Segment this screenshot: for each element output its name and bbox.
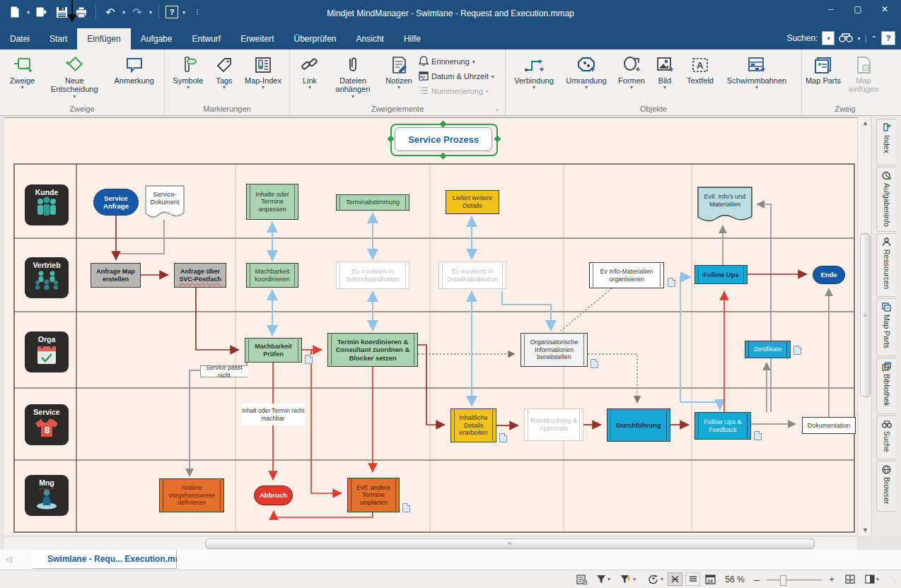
undo-icon[interactable]: ↶ [103, 4, 118, 20]
fit-map-icon[interactable] [842, 572, 859, 586]
lane-vertrieb[interactable]: Vertrieb [25, 257, 69, 298]
node-machbarkeit-pruefen[interactable]: Machbarkeit Prüfen [245, 338, 302, 363]
branch-details-icon[interactable] [574, 572, 590, 586]
erinnerung-button[interactable]: Erinnerung▾ [419, 55, 502, 68]
zoom-slider-thumb[interactable] [780, 575, 786, 586]
tab-einfuegen[interactable]: Einfügen [77, 28, 130, 49]
attachment-icon[interactable] [754, 431, 762, 440]
formen-button[interactable]: Formen▾ [613, 52, 650, 91]
document-tab[interactable]: Swimlane - Requ... Execution.mmap ⇱ ✕ [24, 550, 177, 569]
lane-service[interactable]: Service 8 [25, 404, 69, 445]
node-abbruch[interactable]: Abbruch [254, 486, 293, 505]
scroll-down-arrow[interactable]: ▼ [862, 527, 868, 534]
horizontal-scrollbar-thumb[interactable]: ≡ [205, 539, 815, 549]
help-icon[interactable]: ? [165, 6, 178, 18]
close-button[interactable]: ✕ [873, 1, 897, 17]
outline-view-icon[interactable] [685, 572, 700, 586]
textfeld-button[interactable]: A Textfeld [680, 52, 721, 85]
attachment-icon[interactable] [499, 433, 507, 442]
bild-button[interactable]: Bild▾ [650, 52, 680, 91]
tab-entwurf[interactable]: Entwurf [182, 28, 231, 49]
zweige-button[interactable]: Zweige▾ [3, 52, 42, 91]
node-follow-ups[interactable]: Follow Ups [694, 265, 748, 284]
tab-hilfe[interactable]: Hilfe [394, 28, 431, 49]
node-termine-umplanen[interactable]: Evtl. andere Termine umplanen [347, 478, 400, 512]
tab-aufgabe[interactable]: Aufgabe [131, 28, 182, 49]
attachment-icon[interactable] [402, 503, 410, 512]
dateien-anhaengen-button[interactable]: Dateien anhängen▾ [327, 52, 379, 100]
tab-ueberpruefen[interactable]: Überprüfen [284, 28, 346, 49]
sidebar-tab-bibliothek[interactable]: Bibliothek [876, 358, 896, 414]
node-ende[interactable]: Ende [813, 266, 845, 284]
help-caret[interactable]: ▾ [182, 9, 185, 16]
find-caret[interactable]: ▾ [857, 35, 860, 42]
node-liefert-details[interactable]: Liefert weitere Details [446, 190, 499, 214]
node-service-anfrage[interactable]: Service Anfrage [93, 189, 139, 216]
zoom-percent[interactable]: 56 % [720, 572, 750, 586]
map-canvas[interactable]: Service Prozess Kunde Vertrieb Orga Serv… [4, 117, 857, 536]
sidebar-tab-suche[interactable]: Suche [876, 416, 896, 459]
symbole-button[interactable]: Symbole▾ [168, 52, 209, 91]
verbindung-button[interactable]: Verbindung▾ [508, 52, 559, 91]
tab-datei[interactable]: Datei [0, 28, 40, 49]
central-topic[interactable]: Service Prozess [395, 127, 492, 151]
node-reisebuchung[interactable]: Reisebuchung & Approvals [524, 408, 583, 441]
node-service-dokument[interactable]: Service-Dokument [145, 185, 185, 219]
anmerkung-button[interactable]: Anmerkung [107, 52, 161, 85]
node-ev-detailkoordination[interactable]: Ev involviert in Detailkoordination [438, 261, 506, 289]
zoom-slider[interactable] [766, 579, 822, 581]
lane-kunde[interactable]: Kunde [25, 184, 69, 225]
tab-ansicht[interactable]: Ansicht [347, 28, 394, 49]
tab-start[interactable]: Start [40, 28, 77, 49]
node-org-informationen[interactable]: Organisatorische Informationen bereitste… [521, 333, 588, 367]
node-followups-feedback[interactable]: Follow Ups & Feedback [694, 412, 751, 440]
attachment-icon[interactable] [794, 346, 801, 355]
float-tab-icon[interactable]: ⇱ [197, 555, 202, 563]
umrandung-button[interactable]: Umrandung▾ [559, 52, 613, 91]
node-anfrage-map[interactable]: Anfrage Map erstellen [91, 263, 141, 288]
zoom-in-button[interactable]: + [826, 572, 837, 586]
lane-orga[interactable]: Orga [25, 331, 69, 372]
node-anfrage-svc[interactable]: Anfrage über SVC-Postfach [174, 263, 226, 288]
node-ev-info-materialien[interactable]: Ev Info-Materialien organisieren [589, 262, 664, 288]
vertical-scrollbar-thumb[interactable]: ≡ [860, 233, 871, 397]
sidebar-tab-ressourcen[interactable]: Ressourcen [876, 233, 896, 297]
schwimmbahnen-button[interactable]: Schwimmbahnen▾ [721, 52, 793, 91]
collapse-map-icon[interactable] [668, 572, 682, 586]
scroll-up-arrow[interactable]: ▲ [862, 119, 868, 127]
datum-uhrzeit-button[interactable]: 50 Datum & Uhrzeit▾ [419, 70, 502, 83]
new-document-icon[interactable] [7, 4, 23, 20]
ribbon-help-icon[interactable]: ? [881, 31, 895, 45]
open-icon[interactable] [34, 4, 50, 20]
resize-grip[interactable]: ⋱ [888, 572, 898, 586]
node-durchfuehrung[interactable]: Durchführung [607, 408, 670, 442]
node-inhalte-anpassen[interactable]: Inhalte oder Termine anpassen [246, 184, 298, 220]
nummerierung-button[interactable]: Nummerierung▾ [419, 85, 502, 98]
find-binoculars-icon[interactable] [839, 32, 853, 45]
node-zertifikate[interactable]: Zertifikate [745, 341, 791, 358]
power-filter-icon[interactable]: ▾ [618, 572, 638, 586]
close-tab-icon[interactable]: ✕ [207, 555, 213, 564]
schedule-view-icon[interactable]: 24 [702, 572, 718, 586]
filter-icon[interactable]: ▾ [594, 572, 612, 586]
tab-scroll-left-icon[interactable]: ◁ [6, 555, 11, 564]
maximize-button[interactable]: ▢ [846, 1, 870, 17]
minimize-button[interactable]: – [819, 1, 843, 17]
notizen-button[interactable]: Notizen▾ [379, 52, 419, 91]
node-evtl-infos[interactable]: Evtl. Info's und Materialien [697, 187, 752, 223]
node-dokumentation[interactable]: Dokumentation [802, 417, 856, 434]
attachment-icon[interactable] [668, 278, 675, 287]
node-ev-terminkoordination[interactable]: Ev involviert in Terminkoordination [336, 261, 409, 289]
vertical-scrollbar[interactable]: ▲ ≡ ▼ [857, 117, 872, 536]
map-parts-button[interactable]: Map Parts [805, 52, 842, 85]
lane-mng[interactable]: Mng [25, 475, 69, 516]
new-document-caret[interactable]: ▾ [27, 9, 30, 16]
link-button[interactable]: Link▾ [293, 52, 327, 91]
node-terminabstimmung[interactable]: Terminabstimmung [336, 194, 409, 211]
zoom-out-button[interactable]: – [751, 572, 762, 586]
tags-button[interactable]: Tags▾ [209, 52, 240, 91]
dialog-launcher-icon[interactable]: ⌟ [495, 105, 502, 112]
node-inhaltliche-details[interactable]: Inhaltliche Details erarbeiten [450, 408, 496, 442]
sidebar-tab-aufgabeninfo[interactable]: Aufgabeninfo [876, 167, 896, 232]
node-termin-koordinieren[interactable]: Termin koordinieren & Consultant zuordne… [327, 333, 418, 367]
